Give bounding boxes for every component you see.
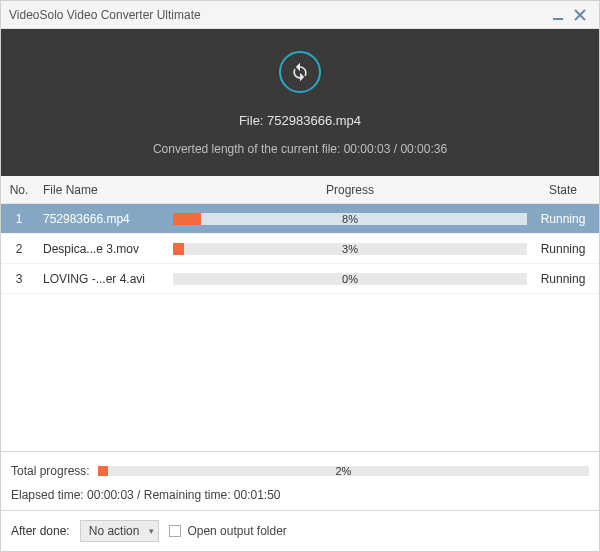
col-header-name: File Name — [37, 183, 173, 197]
rows-container: 1752983666.mp48%Running2Despica...e 3.mo… — [1, 204, 599, 451]
after-done-row: After done: No action ▾ Open output fold… — [1, 511, 599, 551]
row-progress-bar: 0% — [173, 273, 527, 285]
total-progress-row: Total progress: 2% — [1, 458, 599, 484]
row-progress-percent: 0% — [342, 273, 358, 285]
col-header-state: State — [527, 183, 599, 197]
timing-row: Elapsed time: 00:00:03 / Remaining time:… — [1, 484, 599, 511]
titlebar: VideoSolo Video Converter Ultimate — [1, 1, 599, 29]
row-progress-fill — [173, 243, 184, 255]
row-state: Running — [527, 272, 599, 286]
row-progress-percent: 8% — [342, 213, 358, 225]
current-file-name: 752983666.mp4 — [267, 113, 361, 128]
row-filename: LOVING -...er 4.avi — [37, 272, 173, 286]
row-progress-cell: 8% — [173, 213, 527, 225]
table-row[interactable]: 3LOVING -...er 4.avi0%Running — [1, 264, 599, 294]
app-window: VideoSolo Video Converter Ultimate File:… — [0, 0, 600, 552]
col-header-no: No. — [1, 183, 37, 197]
row-progress-bar: 3% — [173, 243, 527, 255]
minimize-button[interactable] — [547, 4, 569, 26]
after-done-label: After done: — [11, 524, 70, 538]
open-output-checkbox[interactable]: Open output folder — [169, 524, 286, 538]
conversion-hero: File: 752983666.mp4 Converted length of … — [1, 29, 599, 176]
close-button[interactable] — [569, 4, 591, 26]
checkbox-box-icon — [169, 525, 181, 537]
total-progress-fill — [98, 466, 108, 476]
row-progress-cell: 0% — [173, 273, 527, 285]
timing-sep: / — [134, 488, 144, 502]
row-progress-bar: 8% — [173, 213, 527, 225]
elapsed-value: 00:00:03 — [87, 488, 134, 502]
svg-rect-0 — [553, 18, 563, 20]
row-no: 2 — [1, 242, 37, 256]
chevron-down-icon: ▾ — [149, 526, 154, 536]
total-progress-label: Total progress: — [11, 464, 90, 478]
file-prefix: File: — [239, 113, 267, 128]
remaining-label: Remaining time: — [144, 488, 234, 502]
converted-prefix: Converted length of the current file: — [153, 142, 344, 156]
table-row[interactable]: 2Despica...e 3.mov3%Running — [1, 234, 599, 264]
total-progress-bar: 2% — [98, 466, 589, 476]
current-file-line: File: 752983666.mp4 — [239, 113, 361, 128]
col-header-progress: Progress — [173, 183, 527, 197]
window-title: VideoSolo Video Converter Ultimate — [9, 8, 547, 22]
after-done-select[interactable]: No action ▾ — [80, 520, 160, 542]
row-no: 3 — [1, 272, 37, 286]
row-no: 1 — [1, 212, 37, 226]
row-progress-fill — [173, 213, 201, 225]
remaining-value: 00:01:50 — [234, 488, 281, 502]
table-header: No. File Name Progress State — [1, 176, 599, 204]
total-progress-percent: 2% — [335, 465, 351, 477]
open-output-label: Open output folder — [187, 524, 286, 538]
converted-length-line: Converted length of the current file: 00… — [153, 142, 447, 156]
row-progress-cell: 3% — [173, 243, 527, 255]
converted-current: 00:00:03 — [344, 142, 391, 156]
row-progress-percent: 3% — [342, 243, 358, 255]
after-done-selected: No action — [89, 524, 140, 538]
converting-icon — [279, 51, 321, 93]
row-filename: Despica...e 3.mov — [37, 242, 173, 256]
row-state: Running — [527, 212, 599, 226]
table-row[interactable]: 1752983666.mp48%Running — [1, 204, 599, 234]
elapsed-label: Elapsed time: — [11, 488, 87, 502]
footer-separator — [1, 451, 599, 452]
row-filename: 752983666.mp4 — [37, 212, 173, 226]
converted-total: 00:00:36 — [400, 142, 447, 156]
time-sep: / — [390, 142, 400, 156]
row-state: Running — [527, 242, 599, 256]
